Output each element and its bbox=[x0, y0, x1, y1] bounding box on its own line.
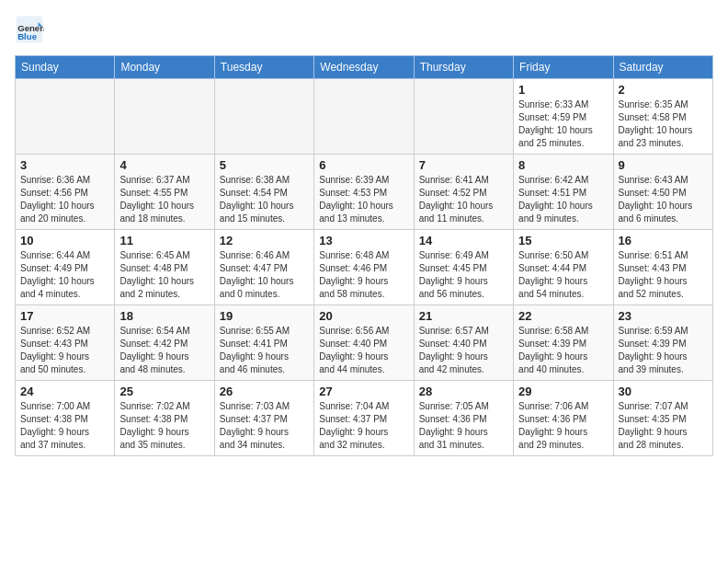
page-header: General Blue bbox=[15, 15, 713, 44]
day-number: 26 bbox=[220, 385, 309, 398]
calendar-day-cell: 29Sunrise: 7:06 AM Sunset: 4:36 PM Dayli… bbox=[514, 381, 613, 456]
day-number: 5 bbox=[220, 158, 309, 172]
day-info: Sunrise: 7:03 AM Sunset: 4:37 PM Dayligh… bbox=[220, 400, 309, 452]
calendar-day-cell: 19Sunrise: 6:55 AM Sunset: 4:41 PM Dayli… bbox=[214, 305, 313, 381]
day-number: 20 bbox=[319, 309, 408, 323]
day-number: 4 bbox=[119, 158, 209, 172]
weekday-header-cell: Wednesday bbox=[314, 56, 414, 79]
calendar-day-cell: 24Sunrise: 7:00 AM Sunset: 4:38 PM Dayli… bbox=[16, 381, 115, 456]
day-info: Sunrise: 6:52 AM Sunset: 4:43 PM Dayligh… bbox=[20, 325, 109, 376]
calendar-day-cell: 2Sunrise: 6:35 AM Sunset: 4:58 PM Daylig… bbox=[613, 79, 712, 155]
weekday-header-cell: Friday bbox=[514, 56, 613, 79]
calendar-week-row: 1Sunrise: 6:33 AM Sunset: 4:59 PM Daylig… bbox=[16, 79, 713, 155]
calendar-day-cell: 7Sunrise: 6:41 AM Sunset: 4:52 PM Daylig… bbox=[414, 155, 513, 230]
day-number: 11 bbox=[119, 234, 209, 247]
day-info: Sunrise: 6:56 AM Sunset: 4:40 PM Dayligh… bbox=[319, 325, 408, 376]
day-number: 28 bbox=[419, 385, 508, 398]
calendar-day-cell: 15Sunrise: 6:50 AM Sunset: 4:44 PM Dayli… bbox=[514, 230, 613, 305]
calendar-day-cell: 1Sunrise: 6:33 AM Sunset: 4:59 PM Daylig… bbox=[514, 79, 613, 155]
calendar-day-cell: 5Sunrise: 6:38 AM Sunset: 4:54 PM Daylig… bbox=[214, 155, 313, 230]
day-number: 10 bbox=[20, 234, 109, 247]
day-number: 19 bbox=[220, 309, 309, 323]
calendar-day-cell: 20Sunrise: 6:56 AM Sunset: 4:40 PM Dayli… bbox=[314, 305, 414, 381]
calendar-day-cell bbox=[214, 79, 313, 155]
day-info: Sunrise: 6:42 AM Sunset: 4:51 PM Dayligh… bbox=[518, 174, 608, 225]
calendar-day-cell bbox=[314, 79, 414, 155]
day-number: 25 bbox=[119, 385, 209, 398]
day-info: Sunrise: 7:05 AM Sunset: 4:36 PM Dayligh… bbox=[419, 400, 508, 452]
day-info: Sunrise: 7:07 AM Sunset: 4:35 PM Dayligh… bbox=[619, 400, 708, 452]
day-info: Sunrise: 7:00 AM Sunset: 4:38 PM Dayligh… bbox=[20, 400, 109, 452]
day-number: 15 bbox=[518, 234, 608, 247]
day-info: Sunrise: 6:55 AM Sunset: 4:41 PM Dayligh… bbox=[220, 325, 309, 376]
day-number: 17 bbox=[20, 309, 109, 323]
calendar-week-row: 3Sunrise: 6:36 AM Sunset: 4:56 PM Daylig… bbox=[16, 155, 713, 230]
calendar-day-cell: 26Sunrise: 7:03 AM Sunset: 4:37 PM Dayli… bbox=[214, 381, 313, 456]
calendar-day-cell: 28Sunrise: 7:05 AM Sunset: 4:36 PM Dayli… bbox=[414, 381, 513, 456]
weekday-header-cell: Thursday bbox=[414, 56, 513, 79]
calendar-week-row: 10Sunrise: 6:44 AM Sunset: 4:49 PM Dayli… bbox=[16, 230, 713, 305]
day-number: 21 bbox=[419, 309, 508, 323]
calendar-day-cell: 11Sunrise: 6:45 AM Sunset: 4:48 PM Dayli… bbox=[115, 230, 214, 305]
day-info: Sunrise: 7:02 AM Sunset: 4:38 PM Dayligh… bbox=[119, 400, 209, 452]
day-number: 24 bbox=[20, 385, 109, 398]
day-info: Sunrise: 6:57 AM Sunset: 4:40 PM Dayligh… bbox=[419, 325, 508, 376]
day-info: Sunrise: 7:04 AM Sunset: 4:37 PM Dayligh… bbox=[319, 400, 408, 452]
day-info: Sunrise: 6:54 AM Sunset: 4:42 PM Dayligh… bbox=[119, 325, 209, 376]
day-info: Sunrise: 6:38 AM Sunset: 4:54 PM Dayligh… bbox=[220, 174, 309, 225]
calendar-day-cell: 12Sunrise: 6:46 AM Sunset: 4:47 PM Dayli… bbox=[214, 230, 313, 305]
calendar-day-cell: 23Sunrise: 6:59 AM Sunset: 4:39 PM Dayli… bbox=[613, 305, 712, 381]
day-info: Sunrise: 6:37 AM Sunset: 4:55 PM Dayligh… bbox=[119, 174, 209, 225]
day-number: 23 bbox=[619, 309, 708, 323]
calendar-day-cell bbox=[414, 79, 513, 155]
day-number: 22 bbox=[518, 309, 608, 323]
day-info: Sunrise: 6:48 AM Sunset: 4:46 PM Dayligh… bbox=[319, 249, 408, 301]
day-info: Sunrise: 6:41 AM Sunset: 4:52 PM Dayligh… bbox=[419, 174, 508, 225]
day-number: 7 bbox=[419, 158, 508, 172]
calendar-week-row: 17Sunrise: 6:52 AM Sunset: 4:43 PM Dayli… bbox=[16, 305, 713, 381]
day-info: Sunrise: 6:50 AM Sunset: 4:44 PM Dayligh… bbox=[518, 249, 608, 301]
day-number: 3 bbox=[20, 158, 109, 172]
calendar-day-cell: 9Sunrise: 6:43 AM Sunset: 4:50 PM Daylig… bbox=[613, 155, 712, 230]
day-info: Sunrise: 6:51 AM Sunset: 4:43 PM Dayligh… bbox=[619, 249, 708, 301]
day-number: 27 bbox=[319, 385, 408, 398]
calendar-day-cell: 10Sunrise: 6:44 AM Sunset: 4:49 PM Dayli… bbox=[16, 230, 115, 305]
calendar-day-cell: 30Sunrise: 7:07 AM Sunset: 4:35 PM Dayli… bbox=[613, 381, 712, 456]
day-number: 12 bbox=[220, 234, 309, 247]
day-number: 8 bbox=[518, 158, 608, 172]
calendar-day-cell: 16Sunrise: 6:51 AM Sunset: 4:43 PM Dayli… bbox=[613, 230, 712, 305]
day-number: 16 bbox=[619, 234, 708, 247]
weekday-header-cell: Saturday bbox=[613, 56, 712, 79]
day-info: Sunrise: 6:39 AM Sunset: 4:53 PM Dayligh… bbox=[319, 174, 408, 225]
day-info: Sunrise: 6:36 AM Sunset: 4:56 PM Dayligh… bbox=[20, 174, 109, 225]
calendar-day-cell bbox=[115, 79, 214, 155]
calendar-table: SundayMondayTuesdayWednesdayThursdayFrid… bbox=[15, 55, 713, 456]
calendar-day-cell: 22Sunrise: 6:58 AM Sunset: 4:39 PM Dayli… bbox=[514, 305, 613, 381]
calendar-day-cell: 17Sunrise: 6:52 AM Sunset: 4:43 PM Dayli… bbox=[16, 305, 115, 381]
calendar-day-cell: 18Sunrise: 6:54 AM Sunset: 4:42 PM Dayli… bbox=[115, 305, 214, 381]
calendar-day-cell: 25Sunrise: 7:02 AM Sunset: 4:38 PM Dayli… bbox=[115, 381, 214, 456]
day-number: 6 bbox=[319, 158, 408, 172]
logo-icon: General Blue bbox=[15, 15, 44, 44]
day-number: 13 bbox=[319, 234, 408, 247]
day-info: Sunrise: 6:35 AM Sunset: 4:58 PM Dayligh… bbox=[619, 98, 708, 150]
calendar-day-cell: 13Sunrise: 6:48 AM Sunset: 4:46 PM Dayli… bbox=[314, 230, 414, 305]
day-info: Sunrise: 6:43 AM Sunset: 4:50 PM Dayligh… bbox=[619, 174, 708, 225]
day-number: 30 bbox=[619, 385, 708, 398]
day-info: Sunrise: 6:58 AM Sunset: 4:39 PM Dayligh… bbox=[518, 325, 608, 376]
day-info: Sunrise: 6:45 AM Sunset: 4:48 PM Dayligh… bbox=[119, 249, 209, 301]
calendar-day-cell: 14Sunrise: 6:49 AM Sunset: 4:45 PM Dayli… bbox=[414, 230, 513, 305]
calendar-body: 1Sunrise: 6:33 AM Sunset: 4:59 PM Daylig… bbox=[16, 79, 713, 456]
svg-text:Blue: Blue bbox=[17, 31, 37, 41]
calendar-day-cell: 3Sunrise: 6:36 AM Sunset: 4:56 PM Daylig… bbox=[16, 155, 115, 230]
weekday-header-cell: Tuesday bbox=[214, 56, 313, 79]
day-info: Sunrise: 6:46 AM Sunset: 4:47 PM Dayligh… bbox=[220, 249, 309, 301]
day-info: Sunrise: 6:44 AM Sunset: 4:49 PM Dayligh… bbox=[20, 249, 109, 301]
calendar-day-cell: 6Sunrise: 6:39 AM Sunset: 4:53 PM Daylig… bbox=[314, 155, 414, 230]
day-number: 1 bbox=[518, 83, 608, 97]
day-info: Sunrise: 6:33 AM Sunset: 4:59 PM Dayligh… bbox=[518, 98, 608, 150]
logo: General Blue bbox=[15, 15, 48, 44]
calendar-day-cell: 8Sunrise: 6:42 AM Sunset: 4:51 PM Daylig… bbox=[514, 155, 613, 230]
calendar-day-cell: 4Sunrise: 6:37 AM Sunset: 4:55 PM Daylig… bbox=[115, 155, 214, 230]
day-info: Sunrise: 6:59 AM Sunset: 4:39 PM Dayligh… bbox=[619, 325, 708, 376]
